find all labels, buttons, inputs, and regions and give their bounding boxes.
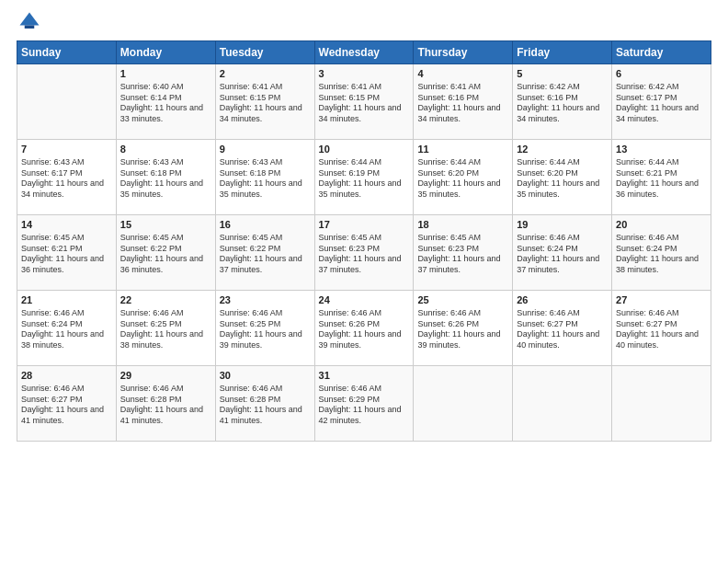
sunset-text: Sunset: 6:26 PM	[319, 319, 410, 330]
sunset-text: Sunset: 6:27 PM	[616, 319, 707, 330]
sunrise-text: Sunrise: 6:44 AM	[319, 157, 410, 168]
sunset-text: Sunset: 6:27 PM	[517, 319, 608, 330]
day-number: 8	[120, 143, 211, 156]
calendar-cell: 18Sunrise: 6:45 AMSunset: 6:23 PMDayligh…	[414, 215, 513, 291]
sunset-text: Sunset: 6:21 PM	[616, 168, 707, 179]
day-number: 2	[220, 67, 311, 81]
day-number: 26	[517, 293, 608, 307]
col-header-wednesday: Wednesday	[314, 41, 414, 64]
sunrise-text: Sunrise: 6:46 AM	[517, 233, 608, 244]
daylight-text: Daylight: 11 hours and 33 minutes.	[120, 103, 211, 124]
sunset-text: Sunset: 6:22 PM	[220, 244, 311, 255]
day-number: 21	[21, 293, 112, 307]
daylight-text: Daylight: 11 hours and 35 minutes.	[417, 178, 508, 200]
day-number: 27	[616, 293, 707, 307]
col-header-saturday: Saturday	[612, 41, 711, 64]
daylight-text: Daylight: 11 hours and 41 minutes.	[21, 405, 112, 426]
col-header-sunday: Sunday	[17, 41, 117, 64]
calendar-cell: 27Sunrise: 6:46 AMSunset: 6:27 PMDayligh…	[612, 291, 711, 366]
daylight-text: Daylight: 11 hours and 40 minutes.	[517, 329, 608, 350]
calendar-cell: 25Sunrise: 6:46 AMSunset: 6:26 PMDayligh…	[414, 291, 513, 366]
day-number: 14	[21, 218, 112, 232]
sunset-text: Sunset: 6:22 PM	[120, 244, 211, 255]
sunrise-text: Sunrise: 6:43 AM	[220, 157, 311, 168]
sunrise-text: Sunrise: 6:45 AM	[319, 233, 410, 244]
sunset-text: Sunset: 6:24 PM	[517, 244, 608, 255]
calendar-cell: 22Sunrise: 6:46 AMSunset: 6:25 PMDayligh…	[116, 291, 215, 366]
calendar-cell: 9Sunrise: 6:43 AMSunset: 6:18 PMDaylight…	[215, 140, 314, 215]
sunrise-text: Sunrise: 6:46 AM	[319, 308, 410, 319]
col-header-tuesday: Tuesday	[215, 41, 314, 64]
daylight-text: Daylight: 11 hours and 41 minutes.	[120, 405, 211, 426]
day-number: 7	[21, 143, 112, 156]
calendar-cell: 14Sunrise: 6:45 AMSunset: 6:21 PMDayligh…	[17, 215, 117, 291]
daylight-text: Daylight: 11 hours and 36 minutes.	[21, 254, 112, 275]
day-number: 30	[220, 369, 311, 383]
sunset-text: Sunset: 6:14 PM	[120, 93, 211, 104]
header	[17, 9, 711, 35]
sunset-text: Sunset: 6:25 PM	[220, 319, 311, 330]
calendar-cell	[513, 366, 612, 442]
svg-marker-0	[20, 13, 40, 26]
daylight-text: Daylight: 11 hours and 37 minutes.	[417, 254, 508, 275]
sunrise-text: Sunrise: 6:45 AM	[417, 233, 508, 244]
calendar-cell	[612, 366, 711, 442]
sunset-text: Sunset: 6:16 PM	[517, 93, 608, 104]
calendar-cell: 19Sunrise: 6:46 AMSunset: 6:24 PMDayligh…	[513, 215, 612, 291]
sunset-text: Sunset: 6:29 PM	[319, 395, 410, 406]
calendar-cell: 6Sunrise: 6:42 AMSunset: 6:17 PMDaylight…	[612, 64, 711, 140]
daylight-text: Daylight: 11 hours and 34 minutes.	[517, 103, 608, 124]
daylight-text: Daylight: 11 hours and 42 minutes.	[319, 405, 410, 426]
day-number: 25	[417, 293, 508, 307]
calendar-cell: 20Sunrise: 6:46 AMSunset: 6:24 PMDayligh…	[612, 215, 711, 291]
day-number: 6	[616, 67, 707, 81]
daylight-text: Daylight: 11 hours and 34 minutes.	[21, 178, 112, 200]
calendar-cell: 12Sunrise: 6:44 AMSunset: 6:20 PMDayligh…	[513, 140, 612, 215]
day-number: 3	[319, 67, 410, 81]
sunset-text: Sunset: 6:26 PM	[417, 319, 508, 330]
calendar-cell: 28Sunrise: 6:46 AMSunset: 6:27 PMDayligh…	[17, 366, 117, 442]
logo	[17, 9, 44, 35]
daylight-text: Daylight: 11 hours and 37 minutes.	[319, 254, 410, 275]
calendar-cell: 24Sunrise: 6:46 AMSunset: 6:26 PMDayligh…	[314, 291, 414, 366]
daylight-text: Daylight: 11 hours and 35 minutes.	[517, 178, 608, 200]
sunrise-text: Sunrise: 6:46 AM	[21, 384, 112, 395]
calendar-cell: 29Sunrise: 6:46 AMSunset: 6:28 PMDayligh…	[116, 366, 215, 442]
sunset-text: Sunset: 6:24 PM	[616, 244, 707, 255]
sunrise-text: Sunrise: 6:46 AM	[616, 308, 707, 319]
daylight-text: Daylight: 11 hours and 34 minutes.	[319, 103, 410, 124]
daylight-text: Daylight: 11 hours and 34 minutes.	[616, 103, 707, 124]
daylight-text: Daylight: 11 hours and 34 minutes.	[417, 103, 508, 124]
day-number: 20	[616, 218, 707, 232]
svg-rect-1	[25, 26, 35, 29]
sunrise-text: Sunrise: 6:43 AM	[21, 157, 112, 168]
sunset-text: Sunset: 6:20 PM	[417, 168, 508, 179]
calendar-cell: 15Sunrise: 6:45 AMSunset: 6:22 PMDayligh…	[116, 215, 215, 291]
sunrise-text: Sunrise: 6:46 AM	[120, 308, 211, 319]
calendar-cell: 16Sunrise: 6:45 AMSunset: 6:22 PMDayligh…	[215, 215, 314, 291]
sunset-text: Sunset: 6:21 PM	[21, 244, 112, 255]
daylight-text: Daylight: 11 hours and 34 minutes.	[220, 103, 311, 124]
sunset-text: Sunset: 6:20 PM	[517, 168, 608, 179]
daylight-text: Daylight: 11 hours and 40 minutes.	[616, 329, 707, 350]
sunset-text: Sunset: 6:28 PM	[120, 395, 211, 406]
day-number: 19	[517, 218, 608, 232]
sunrise-text: Sunrise: 6:46 AM	[417, 308, 508, 319]
sunset-text: Sunset: 6:24 PM	[21, 319, 112, 330]
day-number: 31	[319, 369, 410, 383]
day-number: 18	[417, 218, 508, 232]
calendar-cell: 13Sunrise: 6:44 AMSunset: 6:21 PMDayligh…	[612, 140, 711, 215]
sunset-text: Sunset: 6:15 PM	[220, 93, 311, 104]
week-row-4: 21Sunrise: 6:46 AMSunset: 6:24 PMDayligh…	[17, 291, 711, 366]
calendar-cell: 11Sunrise: 6:44 AMSunset: 6:20 PMDayligh…	[414, 140, 513, 215]
sunset-text: Sunset: 6:23 PM	[319, 244, 410, 255]
col-header-thursday: Thursday	[414, 41, 513, 64]
sunrise-text: Sunrise: 6:46 AM	[517, 308, 608, 319]
day-number: 4	[417, 67, 508, 81]
sunset-text: Sunset: 6:19 PM	[319, 168, 410, 179]
daylight-text: Daylight: 11 hours and 35 minutes.	[319, 178, 410, 200]
calendar-cell: 31Sunrise: 6:46 AMSunset: 6:29 PMDayligh…	[314, 366, 414, 442]
sunrise-text: Sunrise: 6:43 AM	[120, 157, 211, 168]
sunset-text: Sunset: 6:15 PM	[319, 93, 410, 104]
calendar-cell: 1Sunrise: 6:40 AMSunset: 6:14 PMDaylight…	[116, 64, 215, 140]
